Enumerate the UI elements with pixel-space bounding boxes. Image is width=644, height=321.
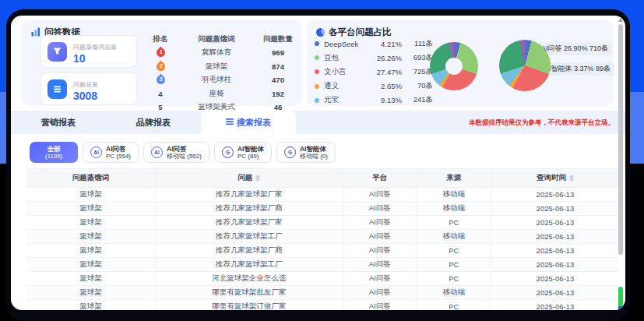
stat-card-distill-total: 问题蒸馏词总量 10 [40, 35, 137, 68]
ranking-header: 排名 问题蒸馏词 问题数量 [145, 33, 299, 46]
bar-chart-icon [31, 27, 40, 38]
tab-label: 品牌报表 [136, 117, 171, 129]
rank-word: 冀辉体育 [176, 48, 257, 58]
funnel-icon [48, 42, 67, 62]
cell-source: 移动端 [417, 230, 491, 243]
legend-name: 元宝 [324, 95, 369, 105]
table-row[interactable]: 篮球架 河北篮球架企业怎么选 AI问答 PC 2025-06-13 [26, 272, 619, 286]
filter-button[interactable]: Ai AI问答 PC (554) [83, 142, 139, 163]
ranking-header-count: 问题数量 [257, 34, 299, 44]
cell-source: 移动端 [417, 202, 491, 215]
legend-name: DeepSeek [324, 40, 369, 48]
table-row[interactable]: 篮球架 推荐几家篮球架工厂 AI问答 移动端 2025-06-13 [26, 230, 619, 244]
cell-query-time: 2025-06-13 [491, 272, 619, 285]
column-header-label: 平台 [372, 173, 387, 183]
platform-legend: DeepSeek 4.21% 111条 豆包 26.26% 693条 文小言 2… [315, 37, 433, 108]
disclaimer-text: 本数据排序结果仅为参考，不代表来源平台立场。 [469, 118, 614, 128]
cell-platform: AI问答 [343, 244, 417, 257]
cell-platform: AI问答 [343, 188, 417, 201]
legend-count: 70条 [402, 81, 433, 91]
ranking-row: 2 篮球架 874 [145, 60, 299, 74]
cell-query-time: 2025-06-13 [491, 244, 619, 257]
table-row[interactable]: 篮球架 推荐几家篮球架工厂 AI问答 PC 2025-06-13 [26, 258, 619, 272]
legend-item[interactable]: 元宝 9.13% 241条 [315, 93, 433, 108]
filter-label: AI问答 [106, 145, 126, 153]
scrollbar[interactable] [618, 17, 624, 305]
column-header[interactable]: 平台 [343, 169, 417, 187]
cell-distill-word: 篮球架 [26, 272, 155, 285]
cell-question: 推荐几家篮球架工厂 [155, 230, 342, 243]
cell-query-time: 2025-06-13 [491, 230, 619, 243]
legend-percent: 4.21% [369, 40, 402, 48]
cell-distill-word: 篮球架 [26, 258, 155, 271]
legend-count: 725条 [402, 67, 433, 77]
stat-label: 问题总量 [73, 81, 98, 88]
table-row[interactable]: 篮球架 推荐几家篮球架厂商 AI问答 PC 2025-06-13 [26, 244, 619, 258]
cell-question: 河北篮球架企业怎么选 [155, 272, 342, 285]
filter-button[interactable]: 全部 (1195) [30, 142, 78, 163]
cell-source: PC [417, 272, 491, 285]
legend-item[interactable]: 通义 2.65% 70条 [315, 79, 433, 93]
ranking-row: 3 羽毛球柱 470 [145, 73, 299, 87]
table-row[interactable]: 篮球架 推荐几家篮球架厂商 AI问答 移动端 2025-06-13 [26, 202, 619, 216]
tab-label: 搜索报表 [237, 117, 271, 129]
scroll-up-arrow-icon[interactable] [618, 18, 623, 22]
legend-count: 693条 [402, 53, 433, 63]
cell-source: PC [417, 258, 491, 271]
scrollbar-thumb[interactable] [618, 24, 623, 255]
pie-chart[interactable] [499, 40, 551, 91]
legend-item[interactable]: DeepSeek 4.21% 111条 [315, 37, 433, 51]
platform-share-panel: 各平台问题占比 DeepSeek 4.21% 111条 豆包 26.26% 69… [307, 20, 614, 106]
tab-brand-report[interactable]: 品牌报表 [106, 111, 201, 134]
table-row[interactable]: 篮球架 推荐几家篮球架厂家 AI问答 移动端 2025-06-13 [26, 188, 619, 202]
filter-button[interactable]: G AI智能体 移动端 (0) [276, 142, 336, 163]
cell-platform: AI问答 [343, 300, 417, 310]
filter-label: AI问答 [167, 145, 187, 153]
donut-chart[interactable] [430, 42, 478, 90]
column-header[interactable]: 问题蒸馏词 [26, 169, 155, 187]
rank-count: 192 [257, 90, 299, 98]
rank-count: 874 [257, 62, 299, 71]
questions-table: 问题蒸馏词 问题 平台 来源 查询时间 篮球架 推荐几家篮球架厂家 AI问答 移… [26, 168, 619, 310]
column-header[interactable]: 查询时间 [491, 169, 619, 187]
pie-label-ai-qa: AI问答 26.90% 710条 [537, 42, 612, 55]
cell-platform: AI问答 [343, 216, 417, 229]
filter-label: AI智能体 [300, 145, 326, 153]
filter-button[interactable]: Ai AI问答 移动端 (552) [143, 142, 209, 163]
rank-badge: 1 [154, 47, 167, 59]
tab-search-report[interactable]: 搜索报表 [201, 111, 296, 134]
legend-item[interactable]: 豆包 26.26% 693条 [315, 51, 433, 65]
list-icon [48, 79, 67, 99]
sort-icon[interactable] [569, 175, 574, 182]
sort-icon[interactable] [255, 175, 260, 182]
cell-source: PC [417, 244, 491, 257]
legend-dot [315, 69, 319, 74]
table-row[interactable]: 篮球架 推荐几家篮球架厂家 AI问答 PC 2025-06-13 [26, 216, 619, 230]
platform-icon: G [222, 146, 234, 158]
cell-source: 移动端 [417, 188, 491, 201]
legend-percent: 27.47% [369, 68, 402, 76]
cell-distill-word: 篮球架 [26, 244, 155, 257]
legend-name: 豆包 [324, 53, 369, 63]
tab-marketing-report[interactable]: 营销报表 [11, 111, 106, 134]
column-header-label: 问题蒸馏词 [72, 173, 110, 183]
column-header-label: 来源 [446, 173, 461, 183]
filter-button[interactable]: G AI智能体 PC (89) [214, 142, 272, 163]
column-header[interactable]: 来源 [417, 169, 491, 187]
ranking-header-word: 问题蒸馏词 [176, 34, 257, 44]
legend-percent: 9.13% [369, 96, 402, 104]
source-filterbar: 全部 (1195) Ai AI问答 PC (554) Ai AI问答 移动端 (… [30, 142, 336, 163]
column-header[interactable]: 问题 [155, 169, 342, 187]
legend-dot [315, 55, 319, 60]
legend-item[interactable]: 文小言 27.47% 725条 [315, 65, 433, 79]
stat-value: 3008 [73, 90, 98, 102]
filter-label: 全部 [48, 145, 61, 153]
rank-count: 470 [257, 76, 299, 84]
table-row[interactable]: 篮球架 哪里有篮球架批发厂家 AI问答 移动端 2025-06-13 [26, 286, 619, 300]
legend-count: 241条 [402, 95, 433, 105]
legend-name: 通义 [324, 81, 369, 91]
table-row[interactable]: 篮球架 哪里有篮球架订做厂家 AI问答 PC 2025-06-13 [26, 300, 619, 310]
legend-dot [315, 41, 319, 46]
cell-distill-word: 篮球架 [26, 230, 155, 243]
table-header-row: 问题蒸馏词 问题 平台 来源 查询时间 [26, 168, 619, 188]
